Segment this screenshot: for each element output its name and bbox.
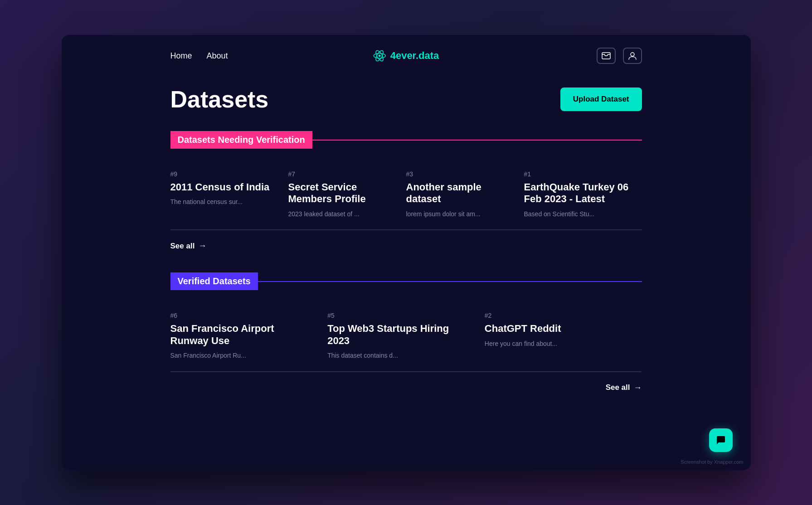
- svg-point-5: [631, 53, 634, 56]
- nav-home[interactable]: Home: [170, 51, 192, 61]
- see-all-verified-row: See all →: [170, 383, 642, 393]
- card-number: #2: [485, 312, 631, 319]
- card-desc: The national census sur...: [170, 198, 274, 207]
- upload-dataset-button[interactable]: Upload Dataset: [560, 87, 642, 111]
- card-title: ChatGPT Reddit: [485, 323, 631, 335]
- needing-verification-section: Datasets Needing Verification #9 2011 Ce…: [170, 131, 642, 251]
- see-all-verified-arrow: →: [634, 383, 642, 393]
- card-title: Another sample dataset: [406, 181, 510, 205]
- verified-header: Verified Datasets: [170, 272, 642, 290]
- dataset-card-2[interactable]: #2 ChatGPT Reddit Here you can find abou…: [485, 305, 642, 372]
- nav-about[interactable]: About: [207, 51, 228, 61]
- card-title: 2011 Census of India: [170, 181, 274, 193]
- inbox-button[interactable]: [597, 48, 616, 64]
- card-number: #6: [170, 312, 313, 319]
- verified-section: Verified Datasets #6 San Francisco Airpo…: [170, 272, 642, 392]
- nav-links: Home About: [170, 51, 228, 61]
- nav-actions: [597, 48, 642, 64]
- brand-logo[interactable]: 4ever.data: [373, 49, 439, 62]
- verified-cards: #6 San Francisco Airport Runway Use San …: [170, 305, 642, 372]
- app-window: Home About 4ever.data: [62, 35, 751, 470]
- verified-line: [258, 281, 642, 282]
- needing-verification-cards: #9 2011 Census of India The national cen…: [170, 163, 642, 230]
- navbar: Home About 4ever.data: [62, 35, 751, 77]
- inbox-icon: [602, 52, 611, 59]
- card-title: Secret Service Members Profile: [288, 181, 392, 205]
- svg-point-3: [378, 55, 380, 57]
- dataset-card-5[interactable]: #5 Top Web3 Startups Hiring 2023 This da…: [327, 305, 485, 372]
- verified-label: Verified Datasets: [170, 272, 258, 290]
- user-icon: [628, 52, 637, 60]
- main-content: Datasets Upload Dataset Datasets Needing…: [62, 77, 751, 442]
- see-all-verification-arrow: →: [198, 241, 206, 251]
- card-desc: Based on Scientific Stu...: [524, 210, 631, 219]
- watermark: Screenshot by Xnapper.com: [681, 459, 743, 465]
- see-all-verification-row: See all →: [170, 241, 642, 251]
- card-number: #3: [406, 170, 510, 178]
- card-number: #9: [170, 170, 274, 178]
- page-header: Datasets Upload Dataset: [170, 86, 642, 113]
- needing-verification-header: Datasets Needing Verification: [170, 131, 642, 149]
- page-title: Datasets: [170, 86, 269, 113]
- card-desc: lorem ipsum dolor sit am...: [406, 210, 510, 219]
- card-number: #7: [288, 170, 392, 178]
- card-desc: 2023 leaked dataset of ...: [288, 210, 392, 219]
- card-title: San Francisco Airport Runway Use: [170, 323, 313, 347]
- chat-icon: [715, 435, 726, 446]
- card-title: EarthQuake Turkey 06 Feb 2023 - Latest: [524, 181, 631, 205]
- brand-name: 4ever.data: [390, 50, 439, 62]
- brand-icon: [373, 49, 386, 62]
- card-title: Top Web3 Startups Hiring 2023: [327, 323, 470, 347]
- dataset-card-7[interactable]: #7 Secret Service Members Profile 2023 l…: [288, 163, 406, 230]
- dataset-card-3[interactable]: #3 Another sample dataset lorem ipsum do…: [406, 163, 524, 230]
- card-desc: San Francisco Airport Ru...: [170, 351, 313, 360]
- see-all-verified-link[interactable]: See all: [606, 383, 630, 392]
- profile-button[interactable]: [623, 48, 642, 64]
- card-number: #5: [327, 312, 470, 319]
- chat-fab-button[interactable]: [709, 428, 733, 452]
- needing-verification-label: Datasets Needing Verification: [170, 131, 312, 149]
- card-desc: Here you can find about...: [485, 340, 631, 349]
- needing-verification-line: [312, 140, 642, 141]
- see-all-verification-link[interactable]: See all: [170, 242, 195, 251]
- dataset-card-1[interactable]: #1 EarthQuake Turkey 06 Feb 2023 - Lates…: [524, 163, 642, 230]
- card-desc: This dataset contains d...: [327, 351, 470, 360]
- dataset-card-9[interactable]: #9 2011 Census of India The national cen…: [170, 163, 288, 230]
- dataset-card-6[interactable]: #6 San Francisco Airport Runway Use San …: [170, 305, 328, 372]
- card-number: #1: [524, 170, 631, 178]
